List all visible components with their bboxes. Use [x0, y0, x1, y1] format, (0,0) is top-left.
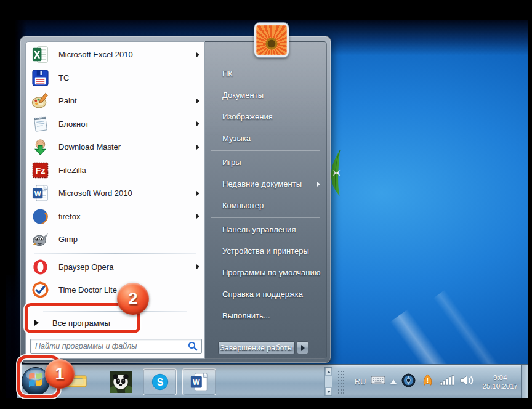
down-arrow-icon — [327, 391, 331, 393]
place-item-games[interactable]: Игры — [205, 152, 326, 173]
user-avatar[interactable] — [254, 23, 289, 57]
search-box — [30, 339, 202, 354]
keyboard-icon[interactable] — [371, 376, 385, 387]
programs-list: Microsoft Excel 2010TCPaintБлокнотDownlo… — [26, 42, 204, 302]
program-item-excel[interactable]: Microsoft Excel 2010 — [26, 43, 204, 67]
avast-icon[interactable]: ! — [421, 373, 435, 390]
clock-date: 25.10.2017 — [482, 382, 518, 391]
program-item-tc[interactable]: TC — [26, 67, 204, 90]
tray-drag-handle-icon[interactable] — [337, 370, 345, 394]
shutdown-button[interactable]: Завершение работы — [218, 341, 295, 354]
program-item-time-doctor[interactable]: Time Doctor Lite — [26, 278, 204, 302]
shutdown-label: Завершение работы — [220, 344, 293, 352]
screenshot-root: S W RU — [0, 0, 532, 409]
taskbar: S W RU — [17, 365, 528, 398]
place-item-help-support[interactable]: Справка и поддержка — [205, 283, 326, 305]
program-item-label: Microsoft Excel 2010 — [58, 50, 196, 59]
shutdown-options-button[interactable] — [297, 341, 308, 354]
up-arrow-icon — [327, 371, 331, 373]
place-item-label: ПК — [222, 69, 320, 78]
place-item-label: Программы по умолчанию — [222, 268, 320, 277]
volume-icon[interactable] — [459, 375, 475, 389]
clock-time: 9:04 — [493, 373, 507, 382]
places-list: ПКДокументыИзображенияМузыкаИгрыНедавние… — [205, 42, 326, 326]
program-item-label: Gimp — [58, 235, 200, 244]
submenu-arrow-icon — [196, 214, 200, 219]
program-item-word[interactable]: WMicrosoft Word 2010 — [26, 182, 204, 205]
svg-text:W: W — [34, 190, 41, 198]
excel-icon — [31, 45, 50, 64]
place-item-label: Устройства и принтеры — [222, 246, 320, 256]
scroll-up-button[interactable] — [325, 368, 332, 376]
svg-text:Fz: Fz — [35, 166, 45, 176]
place-item-label: Выполнить... — [222, 311, 320, 320]
start-menu: Microsoft Excel 2010TCPaintБлокнотDownlo… — [20, 36, 331, 363]
program-item-gimp[interactable]: Gimp — [26, 228, 204, 251]
submenu-arrow-icon — [196, 264, 200, 269]
all-programs-arrow-icon — [34, 320, 39, 326]
search-input[interactable] — [31, 342, 188, 350]
show-hidden-icons-button[interactable] — [390, 379, 397, 384]
program-item-firefox[interactable]: firefox — [26, 205, 204, 229]
word-taskbar-button[interactable]: W — [182, 368, 216, 395]
place-item-label: Изображения — [222, 112, 320, 121]
place-item-user-pk[interactable]: ПК — [205, 63, 326, 84]
start-button[interactable] — [21, 366, 50, 396]
time-doctor-icon — [31, 280, 50, 299]
skype-taskbar-button[interactable]: S — [143, 368, 177, 395]
all-programs-item[interactable]: Все программы — [30, 314, 202, 332]
place-item-devices-printers[interactable]: Устройства и принтеры — [205, 240, 326, 262]
program-item-label: Microsoft Word 2010 — [58, 188, 196, 198]
opera-icon — [31, 257, 50, 277]
search-icon[interactable] — [188, 341, 198, 351]
system-tray: RU ! — [355, 365, 518, 398]
shutter-app-icon[interactable] — [401, 373, 416, 390]
program-item-label: Time Doctor Lite — [58, 285, 200, 294]
svg-text:S: S — [156, 377, 163, 387]
place-item-documents[interactable]: Документы — [205, 84, 326, 106]
tray-clock[interactable]: 9:04 25.10.2017 — [482, 373, 518, 391]
place-item-recent-documents[interactable]: Недавние документы — [205, 173, 326, 195]
scroll-down-button[interactable] — [325, 387, 332, 395]
program-item-filezilla[interactable]: FzFileZilla — [26, 159, 204, 182]
panda-app-icon[interactable] — [110, 371, 132, 393]
place-item-default-programs[interactable]: Программы по умолчанию — [205, 262, 326, 283]
submenu-arrow-icon — [196, 121, 200, 126]
place-item-run[interactable]: Выполнить... — [205, 305, 326, 326]
place-item-control-panel[interactable]: Панель управления — [205, 219, 326, 240]
start-menu-programs-panel: Microsoft Excel 2010TCPaintБлокнотDownlo… — [25, 41, 205, 359]
word-icon: W — [31, 184, 50, 203]
language-indicator[interactable]: RU — [355, 377, 366, 386]
program-item-label: TC — [58, 73, 200, 83]
download-master-icon — [31, 137, 50, 156]
place-item-pictures[interactable]: Изображения — [205, 106, 326, 128]
wallpaper-butterfly — [332, 169, 341, 177]
firefox-icon — [31, 207, 50, 226]
divider — [211, 217, 320, 218]
divider — [211, 150, 320, 151]
skype-icon: S — [150, 372, 170, 392]
network-signal-icon[interactable] — [440, 375, 454, 388]
place-item-label: Панель управления — [222, 225, 320, 234]
place-item-label: Недавние документы — [222, 179, 317, 188]
svg-text:W: W — [193, 378, 200, 387]
program-item-notepad[interactable]: Блокнот — [26, 113, 204, 136]
program-item-download-master[interactable]: Download Master — [26, 136, 204, 159]
place-item-label: Игры — [222, 158, 320, 167]
show-desktop-button[interactable] — [521, 365, 528, 398]
program-item-label: firefox — [58, 212, 196, 221]
program-item-opera[interactable]: Браузер Opera — [26, 256, 204, 279]
place-item-music[interactable]: Музыка — [205, 128, 326, 149]
submenu-arrow-icon — [196, 191, 200, 196]
svg-text:!: ! — [427, 376, 429, 384]
gimp-icon — [31, 230, 50, 249]
paint-icon — [31, 91, 50, 110]
program-item-label: Блокнот — [58, 119, 196, 129]
program-item-paint[interactable]: Paint — [26, 89, 204, 113]
all-programs-label: Все программы — [52, 318, 110, 328]
explorer-folder-icon[interactable] — [65, 371, 87, 393]
program-item-label: Браузер Opera — [58, 262, 196, 272]
taskbar-toolbar-scrollbar[interactable] — [324, 367, 332, 396]
word-icon: W — [190, 372, 209, 392]
place-item-computer[interactable]: Компьютер — [205, 195, 326, 216]
